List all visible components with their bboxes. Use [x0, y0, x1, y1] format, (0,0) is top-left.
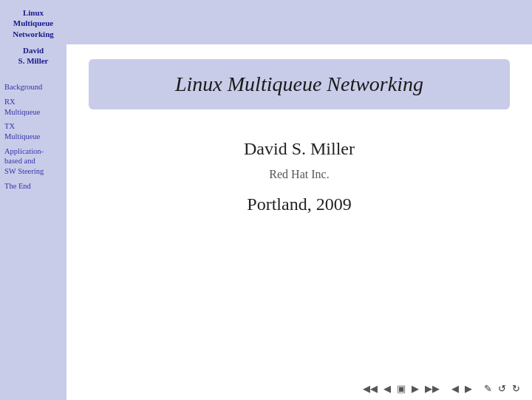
- sidebar-item-app[interactable]: Application-based andSW Steering: [4, 146, 62, 177]
- sidebar-item-end[interactable]: The End: [4, 181, 62, 191]
- author-org: Red Hat Inc.: [269, 168, 329, 181]
- nav-last-icon[interactable]: ▶▶: [425, 383, 440, 395]
- sidebar-title: Linux Multiqueue Networking: [4, 7, 62, 39]
- sidebar-header: Linux Multiqueue Networking David S. Mil…: [4, 7, 62, 66]
- sidebar-nav: Background RXMultiqueue TXMultiqueue App…: [4, 82, 62, 191]
- slide-content: Linux Multiqueue Networking David S. Mil…: [66, 44, 532, 378]
- nav-redo-icon[interactable]: ↻: [512, 383, 520, 395]
- sidebar-item-rx[interactable]: RXMultiqueue: [4, 97, 62, 117]
- nav-frame-icon[interactable]: ▣: [397, 383, 406, 395]
- sidebar: Linux Multiqueue Networking David S. Mil…: [0, 0, 66, 400]
- sidebar-item-background[interactable]: Background: [4, 82, 62, 92]
- sidebar-author-line2: S. Miller: [18, 56, 49, 65]
- author-section: David S. Miller Red Hat Inc. Portland, 2…: [244, 139, 355, 214]
- bottom-nav-bar: ◀◀ ◀ ▣ ▶ ▶▶ ◀ ▶ ✎ ↺ ↻: [66, 378, 532, 400]
- top-decorative-bar: [66, 0, 532, 44]
- nav-first-icon[interactable]: ◀◀: [363, 383, 378, 395]
- nav-next2-icon[interactable]: ▶: [465, 383, 472, 395]
- sidebar-item-tx[interactable]: TXMultiqueue: [4, 121, 62, 141]
- nav-undo-icon[interactable]: ↺: [498, 383, 506, 395]
- main-content: Linux Multiqueue Networking David S. Mil…: [66, 0, 532, 400]
- sidebar-title-text: Linux Multiqueue Networking: [13, 8, 54, 38]
- slide-title: Linux Multiqueue Networking: [175, 72, 423, 95]
- author-name: David S. Miller: [244, 139, 355, 159]
- author-location: Portland, 2009: [247, 194, 351, 214]
- sidebar-author-line1: David: [23, 46, 44, 55]
- title-banner: Linux Multiqueue Networking: [89, 59, 510, 109]
- sidebar-author: David S. Miller: [4, 45, 62, 67]
- nav-next-icon[interactable]: ▶: [412, 383, 419, 395]
- nav-prev2-icon[interactable]: ◀: [451, 383, 459, 395]
- nav-bookmark-icon[interactable]: ✎: [484, 383, 492, 395]
- nav-prev-icon[interactable]: ◀: [383, 383, 391, 395]
